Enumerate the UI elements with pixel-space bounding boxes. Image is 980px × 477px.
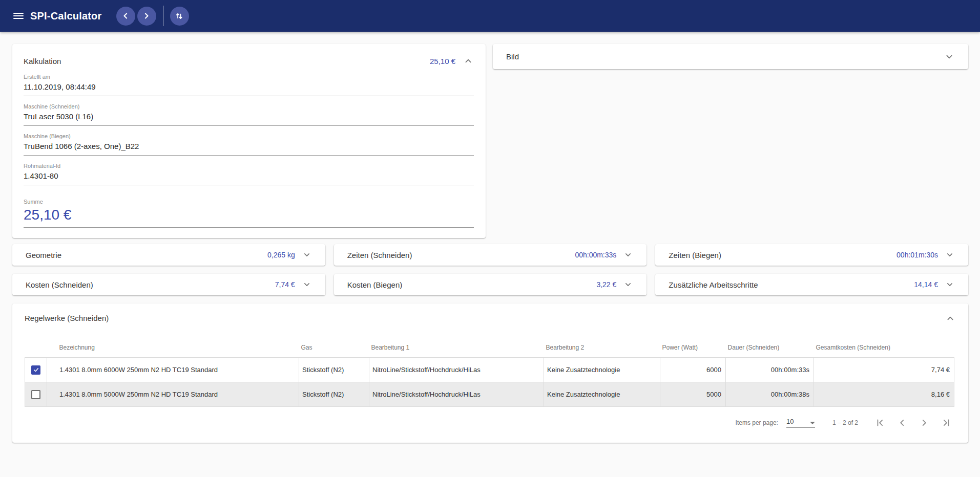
- field-label: Rohmaterial-Id: [24, 163, 474, 169]
- kalkulation-total: 25,10 €: [430, 57, 455, 66]
- chevron-down-icon[interactable]: [623, 279, 633, 290]
- column-header: Bearbeitung 2: [544, 335, 660, 358]
- collapse-toggle[interactable]: [945, 313, 956, 326]
- cell-dauer: 00h:00m:33s: [726, 358, 814, 382]
- raw-material-id-field[interactable]: Rohmaterial-Id 1.4301-80: [24, 163, 474, 185]
- costs-cutting-panel-header[interactable]: Kosten (Schneiden) 7,74 €: [12, 274, 325, 295]
- rulesets-panel: Regelwerke (Schneiden) Bezeichnung Gas B…: [12, 303, 968, 443]
- first-page-icon: [874, 417, 886, 428]
- chevron-down-icon[interactable]: [944, 51, 955, 62]
- cell-bezeichnung: 1.4301 8.0mm 5000W 250mm N2 HD TC19 Stan…: [47, 382, 299, 407]
- panel-value: 7,74 €: [275, 280, 295, 289]
- field-label: Summe: [24, 199, 474, 205]
- row-checkbox-checked[interactable]: [31, 365, 40, 375]
- app-title: SPI-Calculator: [30, 10, 102, 22]
- column-header: Bearbeitung 1: [369, 335, 544, 358]
- last-page-icon: [941, 417, 952, 428]
- panel-title: Zeiten (Biegen): [669, 251, 721, 259]
- panel-title: Zeiten (Schneiden): [347, 251, 412, 259]
- panel-value: 0,265 kg: [267, 251, 295, 259]
- chevron-up-icon: [945, 313, 956, 324]
- field-value: 11.10.2019, 08:44:49: [24, 82, 474, 91]
- chevron-right-icon: [141, 11, 152, 21]
- column-header: Gesamtkosten (Schneiden): [814, 335, 954, 358]
- swap-sort-button[interactable]: [170, 7, 189, 26]
- items-per-page-select[interactable]: 10: [786, 418, 815, 428]
- toolbar-divider: [163, 6, 163, 26]
- cell-gas: Stickstoff (N2): [299, 382, 369, 407]
- cell-bearbeitung1: NitroLine/Stickstoff/Hochdruck/HiLas: [369, 358, 544, 382]
- last-page-button[interactable]: [940, 416, 953, 429]
- image-panel-title: Bild: [506, 52, 519, 61]
- items-per-page-label: Items per page:: [736, 419, 778, 426]
- field-label: Erstellt am: [24, 74, 474, 80]
- items-per-page-value: 10: [786, 418, 794, 425]
- chevron-left-icon: [896, 417, 908, 428]
- app-toolbar: SPI-Calculator: [0, 0, 980, 32]
- column-header: Power (Watt): [660, 335, 726, 358]
- panel-title: Kosten (Schneiden): [26, 280, 93, 289]
- chevron-down-icon[interactable]: [302, 279, 312, 290]
- kalkulation-panel-header[interactable]: Kalkulation 25,10 €: [24, 55, 474, 67]
- field-value: TruBend 1066 (2-axes, One)_B22: [24, 142, 474, 150]
- panel-title: Geometrie: [26, 251, 61, 259]
- sum-value: 25,10 €: [24, 207, 474, 223]
- times-bending-panel-header[interactable]: Zeiten (Biegen) 00h:01m:30s: [655, 244, 968, 266]
- first-page-button[interactable]: [873, 416, 887, 429]
- page-range-label: 1 – 2 of 2: [832, 419, 858, 426]
- additional-steps-panel-header[interactable]: Zusätzliche Arbeitsschritte 14,14 €: [655, 274, 968, 295]
- panel-title: Zusätzliche Arbeitsschritte: [669, 280, 758, 289]
- back-button[interactable]: [116, 7, 135, 26]
- chevron-down-icon[interactable]: [302, 250, 312, 260]
- panel-value: 14,14 €: [914, 280, 938, 289]
- kalkulation-title: Kalkulation: [24, 57, 61, 66]
- column-header: Gas: [299, 335, 369, 358]
- cell-power: 6000: [660, 358, 726, 382]
- image-panel-header[interactable]: Bild: [493, 44, 968, 69]
- chevron-right-icon: [919, 417, 930, 428]
- panel-value: 00h:01m:30s: [896, 251, 938, 259]
- field-label: Maschine (Biegen): [24, 133, 474, 139]
- previous-page-button[interactable]: [895, 416, 909, 429]
- cell-bearbeitung2: Keine Zusatztechnologie: [544, 382, 660, 407]
- geometry-panel-header[interactable]: Geometrie 0,265 kg: [12, 244, 325, 266]
- page-content: Kalkulation 25,10 € Erstellt am 11.10.20…: [0, 32, 980, 443]
- created-at-field[interactable]: Erstellt am 11.10.2019, 08:44:49: [24, 74, 474, 96]
- cell-dauer: 00h:00m:38s: [726, 382, 814, 407]
- costs-bending-panel-header[interactable]: Kosten (Biegen) 3,22 €: [334, 274, 647, 295]
- chevron-up-icon[interactable]: [463, 55, 474, 67]
- toolbar-actions: [116, 6, 189, 26]
- chevron-down-icon[interactable]: [945, 279, 955, 290]
- checkbox-column-header: [25, 335, 47, 358]
- column-header: Dauer (Schneiden): [726, 335, 814, 358]
- table-row[interactable]: 1.4301 8.0mm 6000W 250mm N2 HD TC19 Stan…: [25, 358, 954, 382]
- cell-gas: Stickstoff (N2): [299, 358, 369, 382]
- times-cutting-panel-header[interactable]: Zeiten (Schneiden) 00h:00m:33s: [334, 244, 647, 266]
- cell-bezeichnung: 1.4301 8.0mm 6000W 250mm N2 HD TC19 Stan…: [47, 358, 299, 382]
- table-row[interactable]: 1.4301 8.0mm 5000W 250mm N2 HD TC19 Stan…: [25, 382, 954, 407]
- check-icon: [33, 366, 39, 373]
- machine-cutting-field[interactable]: Maschine (Schneiden) TruLaser 5030 (L16): [24, 103, 474, 126]
- next-page-button[interactable]: [918, 416, 931, 429]
- panel-value: 3,22 €: [596, 280, 616, 289]
- machine-bending-field[interactable]: Maschine (Biegen) TruBend 1066 (2-axes, …: [24, 133, 474, 156]
- forward-button[interactable]: [137, 7, 156, 26]
- sum-field[interactable]: Summe 25,10 €: [24, 199, 474, 228]
- chevron-down-icon[interactable]: [623, 250, 633, 260]
- panel-value: 00h:00m:33s: [575, 251, 616, 259]
- table-header-row: Bezeichnung Gas Bearbeitung 1 Bearbeitun…: [25, 335, 954, 358]
- cell-gesamtkosten: 7,74 €: [814, 358, 954, 382]
- panel-title: Kosten (Biegen): [347, 280, 403, 289]
- chevron-down-icon[interactable]: [945, 250, 955, 260]
- field-value: TruLaser 5030 (L16): [24, 112, 474, 121]
- table-paginator: Items per page: 10 1 – 2 of 2: [25, 407, 955, 435]
- cell-gesamtkosten: 8,16 €: [814, 382, 954, 407]
- field-label: Maschine (Schneiden): [24, 103, 474, 110]
- row-checkbox-unchecked[interactable]: [31, 390, 40, 399]
- swap-vertical-icon: [174, 11, 184, 21]
- kalkulation-panel: Kalkulation 25,10 € Erstellt am 11.10.20…: [12, 44, 486, 238]
- cell-bearbeitung2: Keine Zusatztechnologie: [544, 358, 660, 382]
- menu-icon[interactable]: [13, 13, 24, 19]
- chevron-left-icon: [120, 11, 131, 21]
- rulesets-table: Bezeichnung Gas Bearbeitung 1 Bearbeitun…: [25, 335, 954, 407]
